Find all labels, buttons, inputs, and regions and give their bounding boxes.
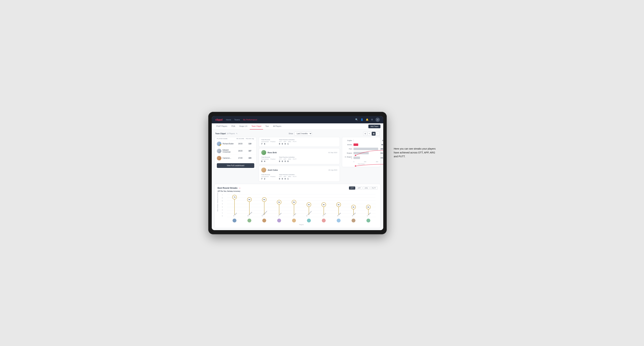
total-rounds-group: Total Rounds Tournament Practice 7 6 — [261, 139, 276, 145]
tournament-label: Tournament — [261, 141, 268, 142]
player-col-6: 4xD. Ford — [316, 194, 331, 217]
y-tick-0: 0 — [222, 215, 222, 217]
putt-button[interactable]: PUTT — [370, 186, 378, 190]
sub-nav-all-players[interactable]: All Players — [271, 123, 283, 130]
table-row[interactable]: 1 Richard Butler 19/20 110 — [215, 140, 256, 148]
player-card-rees: Rees Britt 02 Sep 2023 Total Rounds Tour… — [259, 148, 340, 164]
arg-val: 0 — [284, 143, 286, 145]
settings-icon[interactable]: ⚙ — [371, 118, 373, 121]
player-avatar-small-5 — [307, 219, 311, 222]
avatar-col-8 — [346, 218, 361, 223]
player-col-5: 4xE. Crossman — [302, 194, 316, 217]
card-stats-rees: Total Rounds Tournament Practice 8 4 — [261, 156, 337, 162]
avatar-josh — [261, 168, 266, 173]
card-stats: Total Rounds Tournament Practice 7 6 — [261, 139, 337, 145]
player-name: Edward Crossman — [222, 149, 235, 153]
nav-my-performance[interactable]: My Performance — [243, 118, 257, 121]
nav-home[interactable]: Home — [226, 118, 231, 121]
search-icon[interactable]: 🔍 — [355, 118, 358, 121]
tablet-frame: clippd Home Teams My Performance 🔍 👤 🔔 ⚙… — [208, 112, 387, 234]
player-name: Richard Butler — [222, 143, 234, 145]
card-stats-josh: Total Rounds Tournament Practice 7 2 — [261, 174, 337, 180]
streaks-subtitle: Off The Tee, Fairway Accuracy — [218, 190, 378, 192]
rounds-label-rees: Total Rounds — [261, 156, 276, 158]
player-col-0: 7xE. Ebert — [227, 194, 242, 217]
table-row[interactable]: 2 Edward Crossman 18/20 107 — [215, 148, 256, 155]
bell-icon[interactable]: 🔔 — [366, 118, 368, 121]
streak-line-0: 7x — [234, 197, 235, 215]
streak-line-7: 4x — [338, 205, 339, 215]
sub-nav-tour[interactable]: Tour — [264, 123, 270, 130]
edit-team-icon[interactable]: ✎ — [236, 133, 238, 135]
avatar-col-0 — [227, 218, 242, 223]
add-team-button[interactable]: Add Team — [368, 125, 380, 128]
sub-nav-hcaps[interactable]: Hcaps 1-5 — [238, 123, 249, 130]
sub-nav-pga[interactable]: PGA — [230, 123, 237, 130]
card-header-josh: Josh Coles 26 Aug 2023 — [261, 168, 337, 173]
annotation-text: Here you can see streaks your players ha… — [394, 147, 436, 159]
sub-nav-pgat[interactable]: PGAT Players — [214, 123, 229, 130]
chart-inner: 7 6 5 4 3 2 1 0 — [227, 194, 376, 225]
streak-bubble-7: 4x — [336, 202, 341, 207]
bar-container-eagles: 3 — [354, 139, 378, 142]
streak-bubble-5: 4x — [306, 202, 311, 207]
total-rounds-label: Total Rounds — [261, 139, 276, 141]
player-col-4: 5xR. Britt — [287, 194, 302, 217]
app-logo: clippd — [215, 118, 222, 121]
player-col-name-0: E. Ebert — [233, 212, 237, 216]
streak-bubble-6: 4x — [322, 202, 326, 207]
rank-badge-1: 1 — [220, 144, 222, 146]
list-view-icon[interactable]: ≡ — [368, 132, 371, 136]
col-player-name: PLAYER NAME — [217, 138, 235, 140]
table-row[interactable]: 3 Cameron... 17/20 103 — [215, 155, 256, 162]
main-content: Team Clippd 14 Players ✎ Show Last 3 mon… — [212, 130, 383, 230]
app-button[interactable]: APP — [356, 186, 362, 190]
avatar-col-1 — [242, 218, 257, 223]
y-axis-label: Best Streak, Fairway Accuracy — [217, 210, 218, 211]
streak-bubble-8: 3x — [351, 205, 356, 209]
user-icon[interactable]: 👤 — [360, 118, 363, 121]
show-label: Show — [288, 133, 293, 135]
streaks-section: Best Round Streaks ← OTT APP ARG PUTT Of… — [214, 184, 380, 228]
grid-view-icon[interactable]: ⊞ — [363, 132, 367, 136]
col-pb-avg: PB AVG SQ — [246, 138, 254, 140]
avatar: 1 — [217, 142, 222, 146]
chart-canvas: 7 6 5 4 3 2 1 0 — [227, 194, 376, 217]
player-name: Cameron... — [222, 157, 231, 159]
streak-bubble-0: 7x — [232, 195, 237, 199]
leaderboard-cols: PLAYER NAME PB SCORE PB AVG SQ — [215, 137, 256, 140]
ott-button[interactable]: OTT — [349, 186, 355, 190]
arg-button[interactable]: ARG — [363, 186, 370, 190]
avatar-col-3 — [272, 218, 287, 223]
show-select[interactable]: Last 3 months — [294, 132, 312, 135]
practice-val-rees: 4 — [264, 160, 265, 162]
nav-teams[interactable]: Teams — [234, 118, 240, 121]
player-col-name-1: B. McHarg — [247, 211, 252, 216]
y-tick-1: 1 — [222, 212, 222, 214]
team-title-group: Team Clippd 14 Players ✎ — [215, 133, 238, 135]
sub-nav-team-clippd[interactable]: Team Clippd — [250, 123, 263, 130]
player-col-9: 3xC. Quick — [361, 194, 376, 217]
player-col-7: 4xM. Miller — [331, 194, 346, 217]
streaks-title: Best Round Streaks ← — [218, 186, 241, 190]
view-full-leaderboard-button[interactable]: View Full Leaderboard — [217, 163, 254, 168]
app-label: APP — [284, 141, 286, 142]
tournament-val: 7 — [261, 143, 262, 145]
avatar-col-9 — [361, 218, 376, 223]
tournament-val-rees: 8 — [261, 160, 262, 162]
y-tick-4: 4 — [222, 203, 222, 205]
player-columns: 7xE. Ebert6xB. McHarg6xD. Billingham5xJ.… — [227, 194, 376, 217]
user-avatar[interactable]: U — [376, 118, 380, 122]
sort-icon[interactable]: ↕ — [376, 132, 380, 136]
top-section: PLAYER NAME PB SCORE PB AVG SQ 1 Richard… — [214, 137, 380, 182]
team-label: Team Clippd — [215, 133, 226, 135]
card-date-rees: 02 Sep 2023 — [328, 152, 337, 154]
card-view-icon[interactable]: ▣ — [372, 132, 376, 136]
leaderboard-panel: PLAYER NAME PB SCORE PB AVG SQ 1 Richard… — [214, 137, 256, 170]
arrow-2 — [341, 161, 394, 171]
y-tick-6: 6 — [222, 197, 222, 199]
player-avatar-small-1 — [248, 219, 251, 222]
tablet-screen: clippd Home Teams My Performance 🔍 👤 🔔 ⚙… — [212, 116, 383, 230]
streaks-chart-wrapper: Best Streak, Fairway Accuracy — [218, 194, 378, 225]
avatar-col-7 — [331, 218, 346, 223]
